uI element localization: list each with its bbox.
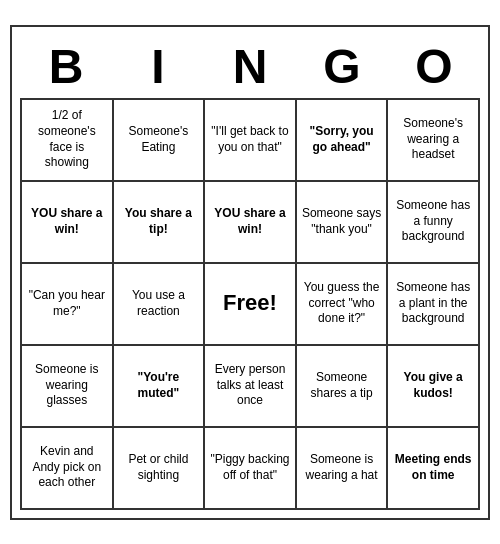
bingo-cell-11[interactable]: You use a reaction bbox=[114, 264, 206, 346]
bingo-header: BINGO bbox=[20, 35, 480, 98]
bingo-cell-2[interactable]: "I'll get back to you on that" bbox=[205, 100, 297, 182]
bingo-card: BINGO 1/2 of someone's face is showingSo… bbox=[10, 25, 490, 520]
bingo-cell-0[interactable]: 1/2 of someone's face is showing bbox=[22, 100, 114, 182]
bingo-cell-21[interactable]: Pet or child sighting bbox=[114, 428, 206, 510]
bingo-cell-13[interactable]: You guess the correct "who done it?" bbox=[297, 264, 389, 346]
bingo-cell-9[interactable]: Someone has a funny background bbox=[388, 182, 480, 264]
bingo-cell-6[interactable]: You share a tip! bbox=[114, 182, 206, 264]
bingo-cell-10[interactable]: "Can you hear me?" bbox=[22, 264, 114, 346]
bingo-cell-1[interactable]: Someone's Eating bbox=[114, 100, 206, 182]
bingo-cell-7[interactable]: YOU share a win! bbox=[205, 182, 297, 264]
bingo-cell-14[interactable]: Someone has a plant in the background bbox=[388, 264, 480, 346]
header-letter-B: B bbox=[20, 35, 112, 98]
bingo-cell-3[interactable]: "Sorry, you go ahead" bbox=[297, 100, 389, 182]
bingo-grid: 1/2 of someone's face is showingSomeone'… bbox=[20, 98, 480, 510]
header-letter-I: I bbox=[112, 35, 204, 98]
bingo-cell-16[interactable]: "You're muted" bbox=[114, 346, 206, 428]
bingo-cell-18[interactable]: Someone shares a tip bbox=[297, 346, 389, 428]
bingo-cell-8[interactable]: Someone says "thank you" bbox=[297, 182, 389, 264]
bingo-cell-24[interactable]: Meeting ends on time bbox=[388, 428, 480, 510]
bingo-cell-23[interactable]: Someone is wearing a hat bbox=[297, 428, 389, 510]
bingo-cell-20[interactable]: Kevin and Andy pick on each other bbox=[22, 428, 114, 510]
bingo-cell-15[interactable]: Someone is wearing glasses bbox=[22, 346, 114, 428]
bingo-cell-17[interactable]: Every person talks at least once bbox=[205, 346, 297, 428]
header-letter-N: N bbox=[204, 35, 296, 98]
bingo-cell-4[interactable]: Someone's wearing a headset bbox=[388, 100, 480, 182]
bingo-cell-12[interactable]: Free! bbox=[205, 264, 297, 346]
bingo-cell-5[interactable]: YOU share a win! bbox=[22, 182, 114, 264]
header-letter-G: G bbox=[296, 35, 388, 98]
header-letter-O: O bbox=[388, 35, 480, 98]
bingo-cell-22[interactable]: "Piggy backing off of that" bbox=[205, 428, 297, 510]
bingo-cell-19[interactable]: You give a kudos! bbox=[388, 346, 480, 428]
